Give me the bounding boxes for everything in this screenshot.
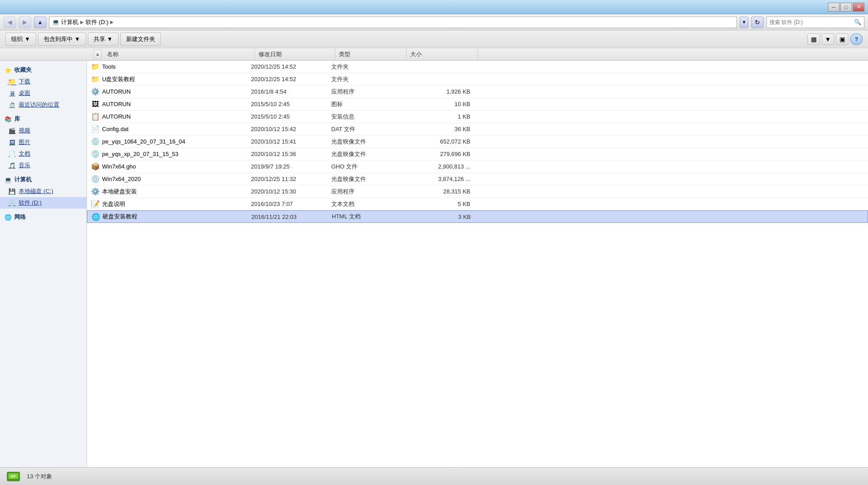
sidebar-item-downloads[interactable]: 📁 下载: [0, 76, 86, 87]
file-icon: 🖼: [91, 100, 100, 108]
title-bar: ─ □ ✕: [0, 0, 868, 14]
file-name: AUTORUN: [100, 88, 251, 95]
share-button[interactable]: 共享 ▼: [88, 33, 119, 46]
file-size: 1 KB: [403, 113, 474, 120]
sidebar-item-music[interactable]: 🎵 音乐: [0, 160, 86, 171]
table-row[interactable]: 💿 pe_yqs_1064_20_07_31_16_04 2020/10/12 …: [87, 136, 868, 148]
minimize-button[interactable]: ─: [828, 3, 839, 12]
file-name: 硬盘安装教程: [101, 213, 251, 221]
file-list: 📁 Tools 2020/12/25 14:52 文件夹 📁 U盘安装教程 20…: [87, 61, 868, 467]
pack-arrow: ▼: [74, 36, 80, 42]
sidebar-item-d-drive[interactable]: 💿 软件 (D:): [0, 197, 86, 209]
help-button[interactable]: ?: [850, 33, 863, 45]
file-type: 文件夹: [331, 63, 403, 71]
view-button[interactable]: ▦: [807, 33, 820, 45]
up-button[interactable]: ▲: [34, 16, 46, 28]
new-folder-label: 新建文件夹: [126, 35, 155, 43]
status-count: 13 个对象: [27, 473, 52, 481]
table-row[interactable]: 📋 AUTORUN 2015/5/10 2:45 安装信息 1 KB: [87, 111, 868, 123]
downloads-label: 下载: [19, 78, 30, 86]
address-dropdown[interactable]: ▼: [740, 16, 749, 28]
path-computer[interactable]: 计算机: [61, 18, 78, 26]
file-type: GHO 文件: [331, 163, 403, 171]
sidebar-item-pictures[interactable]: 🖼 图片: [0, 136, 86, 148]
table-row[interactable]: 💿 Win7x64_2020 2020/12/25 11:32 光盘映像文件 3…: [87, 173, 868, 185]
table-row[interactable]: 📄 Config.dat 2020/10/12 15:42 DAT 文件 36 …: [87, 123, 868, 136]
toolbar: 组织 ▼ 包含到库中 ▼ 共享 ▼ 新建文件夹 ▦ ▼ ▣ ?: [0, 30, 868, 48]
file-type: 光盘映像文件: [331, 175, 403, 183]
table-row[interactable]: 🖼 AUTORUN 2015/5/10 2:45 图标 10 KB: [87, 98, 868, 111]
file-date: 2015/5/10 2:45: [251, 113, 331, 120]
preview-button[interactable]: ▣: [836, 33, 848, 45]
sidebar-item-c-drive[interactable]: 💾 本地磁盘 (C:): [0, 185, 86, 197]
share-label: 共享: [94, 35, 105, 43]
network-icon: 🌐: [4, 214, 12, 221]
search-input[interactable]: [769, 19, 852, 25]
file-type: 图标: [331, 100, 403, 108]
pack-button[interactable]: 包含到库中 ▼: [38, 33, 86, 46]
file-date: 2016/11/21 22:03: [251, 214, 332, 220]
file-name: Config.dat: [100, 126, 251, 132]
desktop-label: 桌面: [19, 89, 30, 97]
table-row[interactable]: 📁 U盘安装教程 2020/12/25 14:52 文件夹: [87, 73, 868, 86]
music-label: 音乐: [19, 161, 30, 169]
path-drive[interactable]: 软件 (D:): [86, 18, 108, 26]
back-button[interactable]: ◀: [4, 16, 16, 28]
maximize-button[interactable]: □: [840, 3, 852, 12]
file-icon: 📄: [91, 125, 100, 133]
table-row[interactable]: ⚙️ AUTORUN 2016/1/8 4:54 应用程序 1,926 KB: [87, 86, 868, 98]
file-type: DAT 文件: [331, 125, 403, 133]
c-drive-icon: 💾: [8, 187, 16, 195]
sidebar-item-desktop[interactable]: 🖥 桌面: [0, 87, 86, 99]
table-row[interactable]: 📁 Tools 2020/12/25 14:52 文件夹: [87, 61, 868, 73]
file-date: 2016/10/23 7:07: [251, 201, 331, 207]
main-content: ⭐ 收藏夹 📁 下载 🖥 桌面 ⏱ 最近访问的位置 📚 库 �: [0, 61, 868, 467]
file-date: 2020/12/25 14:52: [251, 63, 331, 70]
documents-icon: 📄: [8, 150, 16, 158]
pictures-label: 图片: [19, 138, 30, 146]
downloads-folder-icon: 📁: [8, 78, 16, 86]
file-size: 28,315 KB: [403, 188, 474, 195]
search-bar[interactable]: 🔍: [766, 16, 864, 28]
network-header[interactable]: 🌐 网络: [0, 211, 86, 223]
table-row[interactable]: 🌐 硬盘安装教程 2016/11/21 22:03 HTML 文档 3 KB: [87, 210, 868, 223]
table-row[interactable]: 📝 光盘说明 2016/10/23 7:07 文本文档 5 KB: [87, 198, 868, 210]
library-header[interactable]: 📚 库: [0, 113, 86, 125]
col-type-header[interactable]: 类型: [335, 48, 407, 60]
scroll-up-button[interactable]: ▲: [94, 49, 102, 59]
file-size: 279,696 KB: [403, 151, 474, 157]
sidebar-item-recent[interactable]: ⏱ 最近访问的位置: [0, 99, 86, 111]
view-dropdown[interactable]: ▼: [822, 33, 834, 45]
documents-label: 文档: [19, 150, 30, 158]
file-icon: ⚙️: [91, 187, 100, 196]
table-row[interactable]: ⚙️ 本地硬盘安装 2020/10/12 15:30 应用程序 28,315 K…: [87, 185, 868, 198]
file-name: pe_yqs_xp_20_07_31_15_53: [100, 151, 251, 157]
sidebar-item-documents[interactable]: 📄 文档: [0, 148, 86, 160]
status-bar: W7 13 个对象: [0, 467, 868, 485]
file-icon: 📝: [91, 200, 100, 208]
file-icon: 📁: [91, 75, 100, 83]
file-icon: ⚙️: [91, 87, 100, 96]
computer-section: 💻 计算机 💾 本地磁盘 (C:) 💿 软件 (D:): [0, 174, 86, 209]
refresh-button[interactable]: ↻: [751, 16, 764, 28]
forward-button[interactable]: ▶: [19, 16, 31, 28]
table-row[interactable]: 📦 Win7x64.gho 2019/9/7 19:25 GHO 文件 2,90…: [87, 160, 868, 173]
address-path[interactable]: 💻 计算机 ▶ 软件 (D:) ▶: [49, 16, 737, 28]
organize-button[interactable]: 组织 ▼: [5, 33, 36, 46]
file-type: 安装信息: [331, 113, 403, 121]
col-size-header[interactable]: 大小: [407, 48, 478, 60]
library-section: 📚 库 🎬 视频 🖼 图片 📄 文档 🎵 音乐: [0, 113, 86, 171]
file-type: 文件夹: [331, 75, 403, 83]
col-date-header[interactable]: 修改日期: [255, 48, 335, 60]
file-date: 2020/10/12 15:36: [251, 151, 331, 157]
col-name-header[interactable]: 名称: [103, 48, 255, 60]
new-folder-button[interactable]: 新建文件夹: [120, 33, 161, 46]
status-icon: W7: [5, 469, 21, 485]
file-icon: 📦: [91, 162, 100, 171]
computer-header[interactable]: 💻 计算机: [0, 174, 86, 185]
favorites-header[interactable]: ⭐ 收藏夹: [0, 64, 86, 76]
table-row[interactable]: 💿 pe_yqs_xp_20_07_31_15_53 2020/10/12 15…: [87, 148, 868, 160]
recent-label: 最近访问的位置: [19, 101, 59, 109]
close-button[interactable]: ✕: [853, 3, 864, 12]
sidebar-item-video[interactable]: 🎬 视频: [0, 125, 86, 136]
